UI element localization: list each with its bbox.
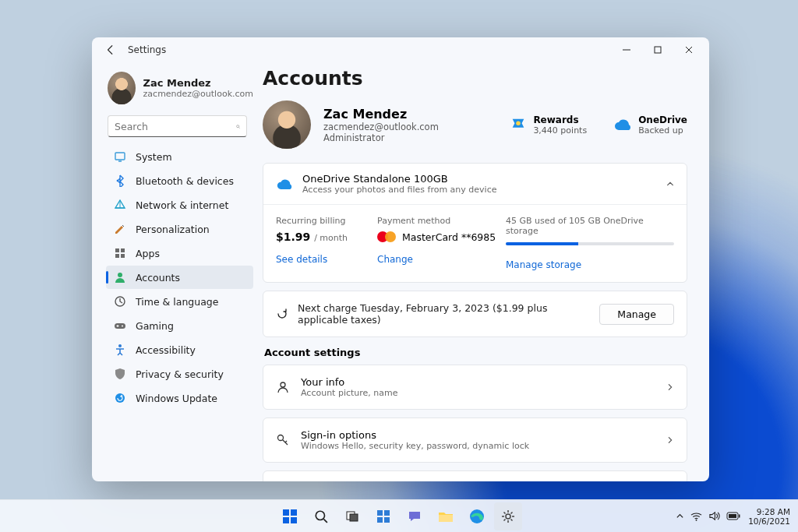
search-input[interactable] [115,121,236,132]
sidebar-item-accessibility[interactable]: Accessibility [106,338,253,361]
onedrive-card-header[interactable]: OneDrive Standalone 100GB Access your ph… [263,164,687,204]
sidebar-item-time[interactable]: Time & language [106,290,253,313]
sidebar-item-update[interactable]: Windows Update [106,386,253,410]
close-button[interactable] [673,39,704,61]
storage-label: 45 GB used of 105 GB OneDrive storage [506,216,674,236]
onedrive-label: OneDrive [638,115,687,125]
rewards-stat[interactable]: Rewards 3,440 points [510,115,587,136]
avatar [108,72,136,104]
task-view-button[interactable] [338,502,366,530]
rewards-value: 3,440 points [533,125,587,136]
svg-rect-4 [121,248,125,252]
taskbar: 9:28 AM 10/6/2021 [0,499,798,532]
volume-icon[interactable] [708,511,720,521]
file-explorer-button[interactable] [432,502,460,530]
setting-row-key[interactable]: Sign-in optionsWindows Hello, security k… [263,418,687,462]
sidebar-item-personalization[interactable]: Personalization [106,217,253,241]
sidebar-item-system[interactable]: System [106,145,253,168]
svg-rect-24 [377,510,383,516]
taskbar-time: 9:28 AM [748,507,790,516]
settings-taskbar-button[interactable] [494,502,522,530]
page-title: Accounts [263,67,687,90]
person-icon [276,380,290,394]
billing-label: Recurring billing [276,216,377,226]
taskbar-search-button[interactable] [307,502,335,530]
see-details-link[interactable]: See details [276,254,327,265]
svg-rect-5 [115,254,119,258]
svg-rect-26 [377,517,383,523]
manage-storage-link[interactable]: Manage storage [506,259,581,270]
next-charge-card: Next charge Tuesday, February 3, 2023 ($… [263,291,687,337]
chevron-up-icon [666,180,674,188]
svg-point-1 [237,125,239,127]
sidebar-item-bluetooth[interactable]: Bluetooth & devices [106,169,253,192]
user-block[interactable]: Zac Mendez zacmendez@outlook.com [106,67,253,114]
minimize-button[interactable] [611,39,642,61]
rewards-icon [510,116,527,133]
taskbar-clock[interactable]: 9:28 AM 10/6/2021 [748,507,790,526]
svg-point-30 [506,514,510,519]
bluetooth-icon [114,174,126,187]
start-button[interactable] [276,502,304,530]
sidebar-item-accounts[interactable]: Accounts [106,266,253,289]
hero-role: Administrator [323,132,439,143]
network-icon [114,199,126,211]
svg-rect-3 [115,248,119,252]
svg-rect-25 [384,510,390,516]
sidebar-item-label: Apps [136,248,160,259]
refresh-icon [276,308,288,320]
svg-point-12 [115,393,125,403]
onedrive-value: Backed up [638,125,687,136]
account-hero: Zac Mendez zacmendez@outlook.com Adminis… [263,100,687,149]
sidebar-item-label: Windows Update [136,393,217,404]
setting-row-person[interactable]: Your infoAccount picture, name [263,365,687,409]
sidebar-item-gaming[interactable]: Gaming [106,314,253,337]
onedrive-stat[interactable]: OneDrive Backed up [613,115,687,136]
update-icon [114,392,126,404]
svg-rect-6 [121,254,125,258]
sidebar-item-label: Accounts [136,272,180,284]
tray-chevron-up-icon[interactable] [676,512,684,520]
window-title: Settings [128,44,166,55]
billing-price: $1.99 / month [276,231,377,243]
sidebar: Zac Mendez zacmendez@outlook.com SystemB… [92,62,260,481]
svg-rect-20 [291,517,297,523]
avatar[interactable] [263,100,311,149]
sidebar-item-apps[interactable]: Apps [106,241,253,265]
next-charge-text: Next charge Tuesday, February 3, 2023 ($… [298,302,590,326]
svg-rect-19 [283,517,289,523]
svg-rect-18 [291,509,297,516]
system-tray[interactable] [676,511,740,521]
search-box[interactable] [108,115,247,137]
sidebar-item-privacy[interactable]: Privacy & security [106,362,253,386]
nav: SystemBluetooth & devicesNetwork & inter… [106,145,253,410]
accounts-icon [114,271,126,284]
content-area: Accounts Zac Mendez zacmendez@outlook.co… [260,62,709,481]
wifi-icon[interactable] [690,512,702,521]
apps-icon [114,247,126,259]
sidebar-item-label: Accessibility [136,344,196,356]
setting-row-sub: Windows Hello, security key, password, d… [301,441,529,451]
svg-point-10 [122,326,123,327]
user-email: zacmendez@outlook.com [143,89,253,99]
svg-point-15 [278,435,284,441]
back-button[interactable] [101,41,120,59]
mastercard-icon [377,231,396,243]
battery-icon[interactable] [726,512,740,520]
onedrive-card-title: OneDrive Standalone 100GB [302,173,496,185]
time-icon [114,295,126,308]
widgets-button[interactable] [369,502,397,530]
chat-button[interactable] [401,502,429,530]
change-payment-link[interactable]: Change [377,254,413,265]
edge-button[interactable] [463,502,491,530]
sidebar-item-network[interactable]: Network & internet [106,193,253,217]
rewards-label: Rewards [533,115,587,125]
setting-row-title: Your info [301,376,398,388]
payment-label: Payment method [377,216,506,226]
sidebar-item-label: Gaming [136,320,174,332]
manage-button[interactable]: Manage [599,304,674,325]
setting-row-mail[interactable]: Email & accountsAccounts used by email, … [263,471,687,481]
svg-rect-28 [439,515,453,522]
maximize-button[interactable] [642,39,673,61]
onedrive-card-subtitle: Access your photos and files from any de… [302,185,496,195]
